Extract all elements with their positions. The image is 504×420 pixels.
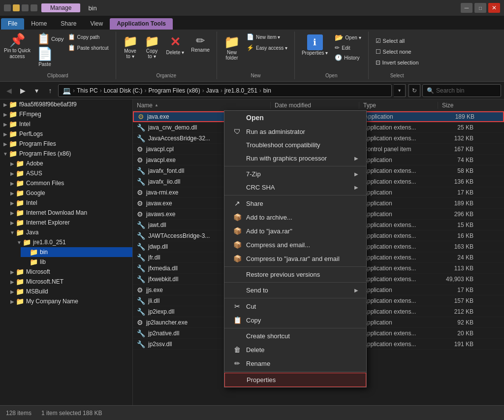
tree-toggle[interactable] xyxy=(23,249,30,256)
tree-toggle[interactable]: ▶ xyxy=(2,130,9,137)
paste-large-btn[interactable]: 📄 Paste xyxy=(37,46,53,67)
title-manage-tab[interactable]: Manage xyxy=(41,3,80,12)
tab-home[interactable]: Home xyxy=(24,18,54,30)
ctx-restore[interactable]: Restore previous versions xyxy=(224,268,366,281)
ctx-7zip[interactable]: 7-Zip ▶ xyxy=(224,167,366,181)
ctx-open[interactable]: Open xyxy=(224,111,366,125)
sidebar-item-ie[interactable]: ▶ 📁 Internet Explorer xyxy=(7,218,132,227)
ctx-delete[interactable]: 🗑Delete xyxy=(224,343,366,356)
minimize-button[interactable]: ─ xyxy=(461,3,472,13)
invert-selection-btn[interactable]: ⊡ Invert selection xyxy=(373,58,422,67)
sidebar-item-perflogs[interactable]: ▶ 📁 PerfLogs xyxy=(0,129,132,139)
sidebar-item-programfilesx86[interactable]: ▼ 📁 Program Files (x86) xyxy=(0,149,132,159)
ctx-properties[interactable]: Properties xyxy=(224,373,366,387)
open-btn[interactable]: 📂 Open ▾ xyxy=(332,32,364,42)
ctx-add-archive[interactable]: 📦Add to archive... xyxy=(224,210,366,224)
tree-toggle[interactable]: ▶ xyxy=(9,160,16,167)
tree-toggle[interactable]: ▶ xyxy=(9,209,16,216)
tree-toggle[interactable]: ▶ xyxy=(9,298,16,305)
tree-toggle[interactable]: ▶ xyxy=(2,111,9,118)
ctx-run-gpu[interactable]: Run with graphics processor ▶ xyxy=(224,152,366,165)
up-button[interactable]: ↑ xyxy=(44,85,56,97)
ctx-troubleshoot[interactable]: Troubleshoot compatibility xyxy=(224,138,366,152)
tree-toggle[interactable]: ▶ xyxy=(2,121,9,128)
select-none-btn[interactable]: ☐ Select none xyxy=(373,47,414,56)
tab-file[interactable]: File xyxy=(1,18,24,30)
sidebar-item-java[interactable]: ▼ 📁 Java xyxy=(7,227,132,237)
sidebar-item-jre[interactable]: ▼ 📁 jre1.8.0_251 xyxy=(14,237,132,247)
paste-shortcut-btn[interactable]: 📋 Paste shortcut xyxy=(65,43,112,52)
path-this-pc[interactable]: This PC xyxy=(77,87,98,94)
sidebar-item-microsoftnet[interactable]: ▶ 📁 Microsoft.NET xyxy=(7,277,132,287)
forward-button[interactable]: ▶ xyxy=(17,85,29,97)
properties-btn[interactable]: ℹ Properties ▾ xyxy=(299,32,331,58)
ctx-share[interactable]: ↗Share xyxy=(224,196,366,210)
maximize-button[interactable]: □ xyxy=(474,3,486,13)
delete-btn[interactable]: ✕ Delete ▾ xyxy=(163,32,188,57)
new-folder-btn[interactable]: 📁 Newfolder xyxy=(221,32,243,63)
address-path[interactable]: 💻 › This PC › Local Disk (C:) › Program … xyxy=(58,84,392,97)
sidebar-item-mycompany[interactable]: ▶ 📁 My Company Name xyxy=(7,296,132,306)
copy-path-btn[interactable]: 📋 Copy path xyxy=(65,32,112,41)
sidebar-item-lib[interactable]: 📁 lib xyxy=(21,257,132,267)
tree-toggle[interactable]: ▶ xyxy=(9,268,16,275)
sidebar-item-asus[interactable]: ▶ 📁 ASUS xyxy=(7,168,132,178)
col-header-type[interactable]: Type xyxy=(359,102,438,109)
search-box[interactable]: 🔍 Search bin xyxy=(422,84,501,97)
path-jre[interactable]: jre1.8.0_251 xyxy=(224,87,257,94)
sidebar-item-idm[interactable]: ▶ 📁 Internet Download Man xyxy=(7,208,132,218)
sidebar-item-ffmpeg[interactable]: ▶ 📁 FFmpeg xyxy=(0,109,132,119)
ctx-add-javarar[interactable]: 📦Add to "java.rar" xyxy=(224,224,366,238)
history-btn[interactable]: 🕐 History xyxy=(332,53,364,62)
tree-toggle[interactable]: ▶ xyxy=(2,140,9,147)
tab-share[interactable]: Share xyxy=(54,18,83,30)
rename-btn[interactable]: ✏ Rename xyxy=(188,32,213,55)
sidebar-item-google[interactable]: ▶ 📁 Google xyxy=(7,188,132,198)
path-program-files-x86[interactable]: Program Files (x86) xyxy=(148,87,200,94)
ctx-cut[interactable]: ✂Cut xyxy=(224,299,366,313)
pin-to-quick-access-btn[interactable]: 📌 Pin to Quickaccess xyxy=(4,32,31,60)
refresh-button[interactable]: ↻ xyxy=(409,84,420,97)
ctx-run-admin[interactable]: 🛡Run as administrator xyxy=(224,125,366,138)
ctx-create-shortcut[interactable]: Create shortcut xyxy=(224,329,366,343)
back-button[interactable]: ◀ xyxy=(3,85,15,97)
ctx-send-to[interactable]: Send to ▶ xyxy=(224,284,366,297)
tree-toggle[interactable]: ▼ xyxy=(9,229,16,236)
tree-toggle[interactable]: ▶ xyxy=(2,101,9,108)
path-java[interactable]: Java xyxy=(206,87,219,94)
sidebar-item-intel[interactable]: ▶ 📁 Intel xyxy=(0,119,132,129)
tree-toggle[interactable]: ▶ xyxy=(9,190,16,196)
copy-to-btn[interactable]: 📁 Copyto ▾ xyxy=(142,32,162,61)
ctx-compress-javarar-email[interactable]: 📦Compress to "java.rar" and email xyxy=(224,252,366,265)
tree-toggle[interactable]: ▶ xyxy=(9,288,16,295)
tree-toggle[interactable]: ▼ xyxy=(16,239,23,246)
close-button[interactable]: ✕ xyxy=(488,3,500,13)
tab-view[interactable]: View xyxy=(83,18,110,30)
tree-toggle[interactable]: ▼ xyxy=(2,150,9,157)
sidebar-item-adobe[interactable]: ▶ 📁 Adobe xyxy=(7,159,132,168)
sidebar-item-msbuild[interactable]: ▶ 📁 MSBuild xyxy=(7,287,132,296)
ctx-rename[interactable]: ✏Rename xyxy=(224,356,366,370)
path-bin[interactable]: bin xyxy=(263,87,271,94)
col-header-name[interactable]: Name ▲ xyxy=(133,102,271,109)
sidebar-item-programfiles[interactable]: ▶ 📁 Program Files xyxy=(0,139,132,149)
sidebar-item-bin[interactable]: 📁 bin xyxy=(21,247,132,257)
new-item-btn[interactable]: 📄 New item ▾ xyxy=(244,32,290,41)
tree-toggle[interactable]: ▶ xyxy=(9,170,16,177)
tree-toggle[interactable]: ▶ xyxy=(9,219,16,226)
path-local-disk[interactable]: Local Disk (C:) xyxy=(104,87,143,94)
easy-access-btn[interactable]: ⚡ Easy access ▾ xyxy=(244,43,290,52)
col-header-size[interactable]: Size xyxy=(438,102,477,109)
col-header-date[interactable]: Date modified xyxy=(271,102,359,109)
tree-toggle[interactable]: ▶ xyxy=(9,199,16,206)
move-to-btn[interactable]: 📁 Moveto ▾ xyxy=(120,32,141,61)
sidebar-item-intel2[interactable]: ▶ 📁 Intel xyxy=(7,198,132,208)
recent-locations-button[interactable]: ▾ xyxy=(31,85,42,97)
tab-application-tools[interactable]: Application Tools xyxy=(110,18,173,30)
tree-toggle[interactable]: ▶ xyxy=(9,180,16,187)
ctx-copy[interactable]: 📋Copy xyxy=(224,313,366,327)
address-dropdown-btn[interactable]: ▾ xyxy=(394,84,406,97)
ctx-crcsha[interactable]: CRC SHA ▶ xyxy=(224,181,366,194)
copy-large-btn[interactable]: 📋 Copy xyxy=(37,32,64,45)
tree-toggle[interactable]: ▶ xyxy=(9,278,16,285)
